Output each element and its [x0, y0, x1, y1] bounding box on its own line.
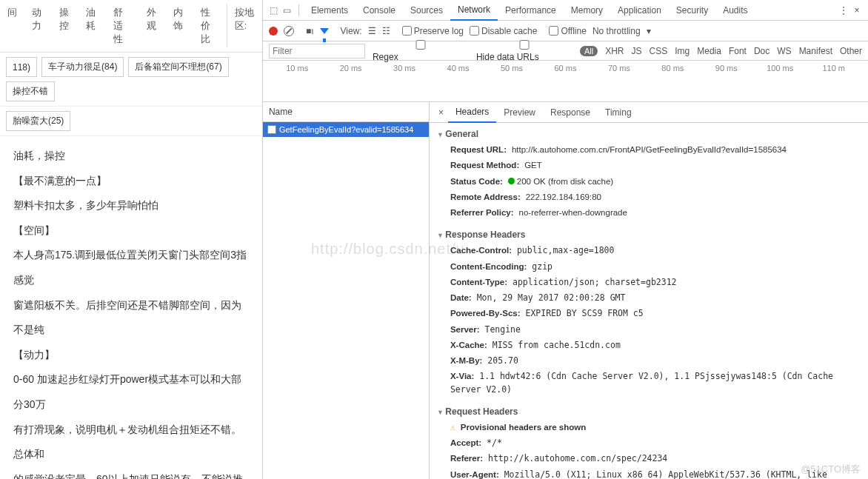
- left-tab-6[interactable]: 内饰: [166, 3, 193, 49]
- tag-btn[interactable]: 118): [6, 57, 37, 77]
- tab-security[interactable]: Security: [669, 1, 715, 20]
- waterfall-icon[interactable]: ☷: [382, 26, 390, 36]
- chevron-down-icon[interactable]: ▾: [647, 26, 651, 36]
- tag-btn[interactable]: 胎噪蛮大(25): [6, 111, 70, 131]
- status-code: Status Code: 200 OK (from disk cache): [430, 174, 868, 190]
- referrer-policy: Referrer Policy: no-referrer-when-downgr…: [430, 205, 868, 221]
- header-row: Content-Encoding: gzip: [430, 259, 868, 275]
- request-detail: × Headers Preview Response Timing Genera…: [430, 102, 868, 479]
- regex-checkbox[interactable]: Regex: [373, 40, 469, 62]
- tag-btn-active[interactable]: 后备箱空间不理想(67): [128, 57, 228, 77]
- tag-btn[interactable]: 操控不错: [6, 81, 55, 101]
- clear-icon[interactable]: [284, 26, 294, 36]
- name-column-header[interactable]: Name: [263, 102, 429, 122]
- page-left-pane: 间 动力 操控 油耗 舒适性 外观 内饰 性价比 按地区: 118) 车子动力很…: [0, 0, 263, 479]
- tab-application[interactable]: Application: [610, 1, 669, 20]
- close-icon[interactable]: ×: [850, 5, 864, 16]
- filter-manifest[interactable]: Manifest: [799, 46, 832, 56]
- filter-all[interactable]: All: [580, 46, 598, 56]
- tag-row-1: 118) 车子动力很足(84) 后备箱空间不理想(67) 操控不错: [0, 53, 262, 107]
- left-tab-3[interactable]: 油耗: [79, 3, 106, 49]
- filter-xhr[interactable]: XHR: [605, 46, 624, 56]
- header-row: Content-Type: application/json; charset=…: [430, 275, 868, 290]
- kebab-icon[interactable]: ⋮: [837, 5, 850, 16]
- header-row: Cache-Control: public,max-age=1800: [430, 243, 868, 258]
- request-name: GetFeelingByEvalId?evalid=1585634: [279, 125, 413, 134]
- region-label: 按地区:: [227, 3, 262, 49]
- tab-timing[interactable]: Timing: [598, 103, 639, 122]
- request-method: Request Method: GET: [430, 158, 868, 173]
- tab-preview[interactable]: Preview: [496, 103, 543, 122]
- close-detail-icon[interactable]: ×: [434, 107, 448, 118]
- devtools-pane: ⬚ ▭ Elements Console Sources Network Per…: [263, 0, 868, 479]
- network-toolbar: ■ı View: ☰ ☷ Preserve log Disable cache …: [263, 21, 868, 41]
- filter-icon[interactable]: [320, 28, 329, 34]
- left-tab-0[interactable]: 间: [0, 3, 24, 49]
- view-label: View:: [341, 26, 362, 36]
- timeline-overview[interactable]: 10 ms20 ms30 ms40 ms50 ms60 ms70 ms80 ms…: [263, 61, 868, 102]
- tab-console[interactable]: Console: [355, 1, 403, 20]
- remote-address: Remote Address: 222.192.184.169:80: [430, 190, 868, 205]
- document-icon: [267, 125, 276, 134]
- header-row: X-Via: 1.1 hdwt42:6 (Cdn Cache Server V2…: [430, 369, 868, 398]
- request-list: Name GetFeelingByEvalId?evalid=1585634: [263, 102, 430, 479]
- offline-checkbox[interactable]: Offline: [549, 26, 586, 36]
- general-section[interactable]: General: [430, 126, 868, 142]
- request-url: Request URL: http://k.autohome.com.cn/Fr…: [430, 142, 868, 158]
- filter-bar: Regex Hide data URLs All XHR JS CSS Img …: [263, 41, 868, 61]
- header-row: Powered-By-Scs: EXPIRED BY SCS9 FROM c5: [430, 306, 868, 321]
- tag-row-2: 胎噪蛮大(25): [0, 107, 262, 136]
- throttling-select[interactable]: No throttling: [592, 26, 641, 36]
- header-row: X-Cache: MISS from cache.51cdn.com: [430, 338, 868, 353]
- tab-sources[interactable]: Sources: [403, 1, 450, 20]
- request-row[interactable]: GetFeelingByEvalId?evalid=1585634: [263, 122, 429, 137]
- tab-elements[interactable]: Elements: [304, 1, 355, 20]
- header-row: Date: Mon, 29 May 2017 02:00:28 GMT: [430, 290, 868, 306]
- disable-cache-checkbox[interactable]: Disable cache: [470, 26, 537, 36]
- header-row: X-M-By: 205.70: [430, 353, 868, 369]
- left-tab-1[interactable]: 动力: [24, 3, 52, 49]
- left-tab-5[interactable]: 外观: [139, 3, 167, 49]
- tag-btn[interactable]: 车子动力很足(84): [41, 57, 124, 77]
- filter-ws[interactable]: WS: [777, 46, 791, 56]
- left-tab-7[interactable]: 性价比: [193, 3, 227, 49]
- filter-js[interactable]: JS: [632, 46, 642, 56]
- filter-img[interactable]: Img: [675, 46, 690, 56]
- record-icon[interactable]: [269, 27, 278, 36]
- response-headers-section[interactable]: Response Headers: [430, 227, 868, 243]
- left-tab-4[interactable]: 舒适性: [106, 3, 139, 49]
- filter-media[interactable]: Media: [697, 46, 721, 56]
- filter-css[interactable]: CSS: [650, 46, 668, 56]
- header-row: Server: Tengine: [430, 322, 868, 338]
- left-tab-2[interactable]: 操控: [52, 3, 79, 49]
- preserve-log-checkbox[interactable]: Preserve log: [402, 26, 464, 36]
- request-headers-section[interactable]: Request Headers: [430, 403, 868, 420]
- device-icon[interactable]: ▭: [281, 5, 294, 16]
- left-category-tabs: 间 动力 操控 油耗 舒适性 外观 内饰 性价比 按地区:: [0, 0, 262, 53]
- filter-font[interactable]: Font: [729, 46, 747, 56]
- tab-response[interactable]: Response: [543, 103, 598, 122]
- provisional-warning: Provisional headers are shown: [430, 420, 868, 435]
- tab-network[interactable]: Network: [450, 0, 498, 21]
- detail-tab-bar: × Headers Preview Response Timing: [430, 102, 868, 123]
- devtools-tab-bar: ⬚ ▭ Elements Console Sources Network Per…: [263, 0, 868, 21]
- header-row: Accept: */*: [430, 435, 868, 451]
- filter-doc[interactable]: Doc: [754, 46, 769, 56]
- review-content: 油耗，操控【最不满意的一点】塑料卡扣太多，多少年异响怕怕【空间】本人身高175.…: [0, 136, 262, 479]
- large-rows-icon[interactable]: ☰: [368, 26, 376, 36]
- hide-data-urls-checkbox[interactable]: Hide data URLs: [476, 40, 572, 62]
- tab-performance[interactable]: Performance: [498, 1, 564, 20]
- filter-other[interactable]: Other: [840, 46, 862, 56]
- inspect-icon[interactable]: ⬚: [267, 5, 281, 16]
- filter-input[interactable]: [269, 44, 365, 58]
- tab-headers[interactable]: Headers: [448, 102, 496, 123]
- brand-text: @51CTO博客: [801, 463, 861, 476]
- camera-icon[interactable]: ■ı: [306, 26, 314, 36]
- tab-audits[interactable]: Audits: [715, 1, 755, 20]
- tab-memory[interactable]: Memory: [564, 1, 610, 20]
